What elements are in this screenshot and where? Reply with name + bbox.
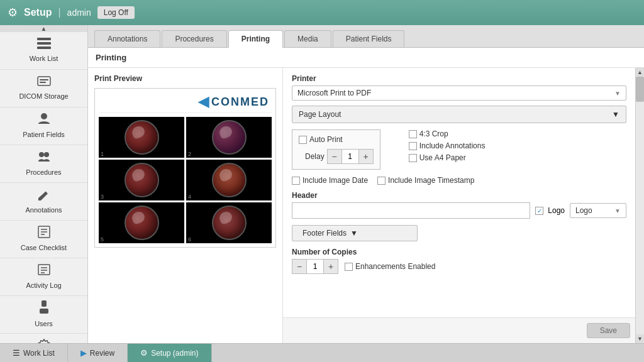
- sidebar-item-dicom-storage[interactable]: DICOM Storage: [0, 70, 87, 107]
- taskbar-setup[interactable]: ⚙ Setup (admin): [128, 344, 211, 362]
- page-layout-button[interactable]: Page Layout ▼: [292, 106, 626, 123]
- preview-image-2: 2: [186, 117, 272, 158]
- activity-icon: [37, 263, 51, 279]
- tab-media[interactable]: Media: [284, 30, 331, 47]
- print-preview-title: Print Preview: [94, 74, 276, 83]
- dicom-icon: [37, 75, 51, 90]
- svg-point-8: [44, 152, 49, 157]
- scroll-up-arrow[interactable]: ▲: [636, 68, 644, 77]
- a4-checkbox[interactable]: [409, 154, 417, 162]
- sidebar-item-case-checklist[interactable]: Case Checklist: [0, 221, 87, 258]
- taskbar-setup-icon: ⚙: [140, 348, 148, 358]
- delay-minus-button[interactable]: −: [328, 150, 341, 163]
- tab-annotations[interactable]: Annotations: [94, 30, 160, 47]
- scroll-down-arrow[interactable]: ▼: [636, 334, 644, 343]
- crop-checkbox[interactable]: [409, 130, 417, 138]
- include-date-checkbox[interactable]: [292, 177, 300, 185]
- sidebar: ▲ Work List DICOM Storage Patient Fields…: [0, 25, 88, 343]
- sidebar-item-my-settings[interactable]: My Settings: [0, 334, 87, 343]
- logoff-button[interactable]: Log Off: [97, 6, 135, 19]
- svg-rect-3: [38, 77, 50, 85]
- include-date-label[interactable]: Include Image Date: [292, 176, 368, 185]
- sidebar-item-annotations[interactable]: Annotations: [0, 183, 87, 221]
- printer-label: Printer: [292, 74, 626, 83]
- main-container: ▲ Work List DICOM Storage Patient Fields…: [0, 25, 644, 343]
- header-input[interactable]: [292, 202, 530, 219]
- sidebar-item-users[interactable]: Users: [0, 296, 87, 334]
- worklist-icon: [37, 38, 51, 52]
- svg-point-7: [39, 152, 44, 157]
- print-preview-panel: Print Preview ◀ CONMED 1: [88, 68, 283, 343]
- printer-row: Microsoft Print to PDF ▼: [292, 85, 626, 101]
- auto-print-checkbox-label[interactable]: Auto Print: [299, 135, 374, 144]
- preview-logo: ◀ CONMED: [99, 92, 272, 113]
- svg-rect-5: [40, 82, 46, 83]
- tab-patient-fields[interactable]: Patient Fields: [333, 30, 405, 47]
- sidebar-item-label: DICOM Storage: [19, 92, 68, 101]
- taskbar: ☰ Work List ▶ Review ⚙ Setup (admin): [0, 343, 644, 362]
- tab-procedures[interactable]: Procedures: [162, 30, 226, 47]
- preview-image-1: 1: [99, 117, 184, 158]
- svg-rect-19: [40, 309, 48, 314]
- sidebar-scroll-up[interactable]: ▲: [0, 25, 87, 32]
- svg-rect-1: [37, 42, 51, 45]
- preview-images: 1 2 3 4: [99, 117, 272, 243]
- auto-print-checkbox[interactable]: [299, 136, 307, 144]
- content-scrollbar: ▲ ▼: [635, 68, 644, 343]
- sidebar-item-procedures[interactable]: Procedures: [0, 145, 87, 183]
- page-content: Printing Print Preview ◀ CONMED: [88, 48, 644, 343]
- sidebar-item-label: Procedures: [26, 168, 61, 177]
- footer-fields-button[interactable]: Footer Fields ▼: [292, 225, 418, 241]
- svg-rect-2: [37, 47, 51, 49]
- taskbar-work-list[interactable]: ☰ Work List: [0, 344, 68, 362]
- page-title: Printing: [88, 48, 644, 68]
- sidebar-item-patient-fields[interactable]: Patient Fields: [0, 107, 87, 145]
- taskbar-review[interactable]: ▶ Review: [68, 344, 128, 362]
- annotations-icon: [37, 188, 51, 204]
- svg-rect-0: [37, 38, 51, 40]
- tab-bar: Annotations Procedures Printing Media Pa…: [88, 25, 644, 48]
- sidebar-item-work-list[interactable]: Work List: [0, 32, 87, 70]
- delay-group: Delay − 1 +: [305, 149, 374, 164]
- preview-image-4: 4: [186, 160, 272, 200]
- header-admin: admin: [67, 8, 91, 18]
- patient-icon: [37, 112, 51, 128]
- procedures-icon: [37, 150, 51, 166]
- delay-plus-button[interactable]: +: [359, 150, 373, 163]
- enhancements-checkbox[interactable]: [345, 263, 353, 271]
- logo-select[interactable]: Logo ▼: [570, 203, 626, 218]
- a4-checkbox-label[interactable]: Use A4 Paper: [409, 153, 486, 162]
- preview-image-6: 6: [186, 202, 272, 243]
- preview-circle-4: [212, 163, 247, 197]
- logo-c-icon: ◀: [198, 94, 209, 110]
- sidebar-item-label: Users: [35, 320, 53, 328]
- include-timestamp-label[interactable]: Include Image Timestamp: [377, 176, 474, 185]
- include-timestamp-checkbox[interactable]: [377, 177, 386, 185]
- enhancements-label[interactable]: Enhancements Enabled: [345, 262, 435, 271]
- sidebar-item-label: Patient Fields: [23, 131, 65, 139]
- annotations-checkbox[interactable]: [409, 142, 417, 150]
- users-icon: [38, 300, 50, 317]
- sidebar-item-label: Work List: [30, 55, 58, 63]
- logo-brand: CONMED: [211, 96, 269, 109]
- printer-select[interactable]: Microsoft Print to PDF ▼: [292, 85, 626, 101]
- scroll-thumb[interactable]: [636, 77, 644, 102]
- delay-value: 1: [341, 150, 359, 163]
- sidebar-item-label: Activity Log: [26, 282, 61, 290]
- gear-icon: ⚙: [8, 6, 18, 19]
- preview-circle-3: [125, 163, 159, 197]
- copies-minus-button[interactable]: −: [292, 260, 306, 273]
- taskbar-review-icon: ▶: [80, 348, 87, 358]
- logo-checkbox[interactable]: [535, 207, 543, 215]
- crop-checkbox-label[interactable]: 4:3 Crop: [409, 129, 486, 138]
- footer-fields-row: Footer Fields ▼: [292, 225, 626, 241]
- sidebar-item-activity-log[interactable]: Activity Log: [0, 258, 87, 296]
- logo-dropdown-arrow: ▼: [614, 207, 621, 214]
- sidebar-item-label: Annotations: [25, 206, 62, 214]
- tab-printing[interactable]: Printing: [228, 30, 283, 48]
- footer-dropdown-arrow: ▼: [350, 229, 358, 238]
- copies-plus-button[interactable]: +: [324, 260, 338, 273]
- annotations-checkbox-label[interactable]: Include Annotations: [409, 141, 486, 150]
- delay-stepper: − 1 +: [327, 149, 374, 164]
- save-button[interactable]: Save: [587, 323, 630, 338]
